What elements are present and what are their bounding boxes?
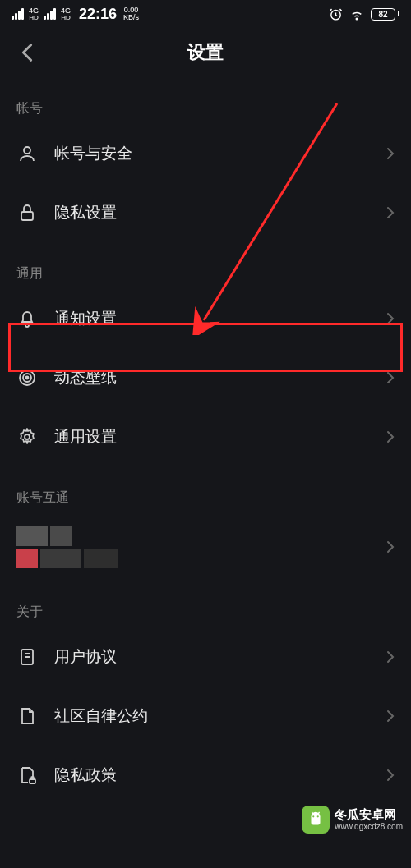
svg-point-7 (25, 434, 30, 439)
section-account: 帐号 帐号与安全 隐私设置 (0, 77, 411, 242)
item-dynamic-wallpaper[interactable]: 动态壁纸 (16, 348, 395, 407)
watermark-text: 冬瓜安卓网 www.dgxcdz8.com (335, 808, 403, 831)
page-icon (16, 705, 38, 727)
status-speed: 0.00 KB/s (123, 7, 139, 21)
item-community-convention[interactable]: 社区自律公约 (16, 687, 395, 746)
section-general: 通用 通知设置 动态壁纸 通用设置 (0, 242, 411, 466)
network-label-1: 4GHD (29, 7, 39, 21)
item-label: 动态壁纸 (54, 367, 386, 388)
svg-rect-3 (21, 212, 33, 220)
svg-point-1 (356, 18, 358, 20)
document-icon (16, 646, 38, 668)
item-privacy-policy[interactable]: 隐私政策 (16, 746, 395, 805)
item-label: 社区自律公约 (54, 705, 386, 727)
item-label: 通用设置 (54, 426, 386, 448)
chevron-right-icon (386, 312, 395, 325)
section-header-account: 帐号 (16, 77, 395, 124)
chevron-right-icon (386, 710, 395, 723)
chevron-right-icon (386, 650, 395, 664)
chevron-right-icon (386, 147, 395, 160)
document-lock-icon (16, 765, 38, 786)
status-time: 22:16 (79, 6, 117, 23)
item-notification-settings[interactable]: 通知设置 (16, 289, 395, 348)
item-account-security[interactable]: 帐号与安全 (16, 124, 395, 183)
svg-rect-9 (30, 779, 35, 783)
item-label: 隐私设置 (54, 202, 386, 223)
spiral-icon (16, 367, 38, 388)
item-user-agreement[interactable]: 用户协议 (16, 627, 395, 687)
chevron-right-icon (386, 430, 395, 443)
watermark-name: 冬瓜安卓网 (335, 808, 403, 822)
signal-icon-1 (12, 8, 24, 20)
gear-icon (16, 426, 38, 448)
chevron-left-icon (21, 43, 33, 62)
chevron-right-icon (386, 769, 395, 782)
wifi-icon (349, 7, 364, 21)
status-left: 4GHD 4GHD 22:16 0.00 KB/s (12, 6, 139, 23)
person-icon (16, 143, 38, 164)
navbar: 设置 (0, 28, 411, 77)
section-interconnect: 账号互通 (0, 466, 411, 581)
status-right: 82 (329, 7, 399, 21)
item-label: 用户协议 (54, 646, 386, 668)
svg-point-11 (312, 815, 314, 817)
svg-point-2 (24, 147, 30, 154)
item-general-settings[interactable]: 通用设置 (16, 407, 395, 466)
page-title: 设置 (187, 40, 224, 65)
section-header-about: 关于 (16, 581, 395, 627)
network-label-2: 4GHD (61, 7, 71, 21)
chevron-right-icon (386, 540, 395, 553)
item-label: 隐私政策 (54, 765, 386, 786)
item-label: 通知设置 (54, 308, 386, 329)
signal-icon-2 (44, 8, 56, 20)
item-linked-account[interactable] (16, 513, 395, 581)
item-privacy-settings[interactable]: 隐私设置 (16, 183, 395, 242)
battery-icon: 82 (371, 8, 399, 21)
section-header-interconnect: 账号互通 (16, 466, 395, 513)
watermark-url: www.dgxcdz8.com (335, 822, 403, 831)
chevron-right-icon (386, 206, 395, 219)
svg-point-12 (317, 815, 319, 817)
lock-icon (16, 202, 38, 223)
alarm-icon (329, 7, 343, 21)
section-about: 关于 用户协议 社区自律公约 隐私政策 (0, 581, 411, 805)
watermark-logo-icon (302, 806, 330, 834)
bell-icon (16, 308, 38, 329)
section-header-general: 通用 (16, 242, 395, 289)
back-button[interactable] (16, 38, 38, 67)
chevron-right-icon (386, 371, 395, 384)
svg-point-6 (26, 377, 29, 379)
watermark: 冬瓜安卓网 www.dgxcdz8.com (293, 802, 411, 837)
item-label: 帐号与安全 (54, 143, 386, 164)
status-bar: 4GHD 4GHD 22:16 0.00 KB/s 82 (0, 0, 411, 28)
linked-account-thumbnail (16, 526, 118, 568)
